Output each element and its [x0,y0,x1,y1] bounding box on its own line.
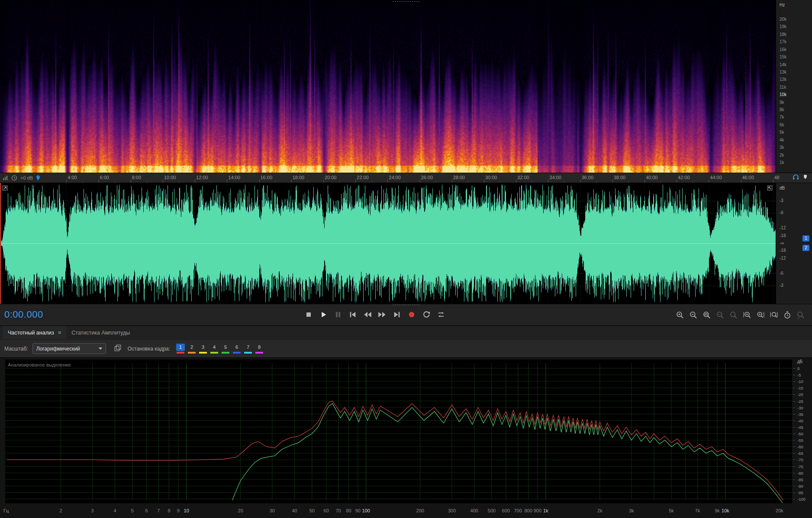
panel-grip[interactable] [392,304,420,306]
frequency-axis-label: 1k [543,508,548,513]
rewind-button[interactable] [362,309,373,320]
copy-frame-button[interactable] [111,343,123,354]
hold-frame-button-2[interactable]: 2 [187,344,196,354]
zoom-out-button[interactable] [688,310,699,321]
zoom-in-button[interactable] [674,310,685,321]
frequency-ruler-label: 14k [780,62,786,67]
curve-channel-1 [7,401,783,501]
hold-frame-button-6[interactable]: 6 [232,344,241,354]
frequency-ruler-label: 17k [780,39,786,44]
record-button[interactable] [406,309,417,320]
zoom-in-left-edge-button[interactable] [741,310,752,321]
gain-readout[interactable]: +0 dB [20,175,33,180]
timer-zoom-button[interactable] [782,310,793,321]
panel-tab-bar: Частотный анализ ≡ Статистика Амплитуды [0,325,812,339]
scale-dropdown[interactable]: Логарифмический [32,343,106,354]
db-scale-label: -10 [797,379,803,384]
frequency-axis-label: 7 [157,508,160,513]
db-scale-label: -95 [797,490,803,495]
skip-selection-button[interactable] [435,309,446,320]
panel-grip[interactable] [392,1,420,3]
loop-playback-button[interactable] [421,309,432,320]
db-scale-label: -60 [797,444,803,449]
pan-handle-icon[interactable] [2,185,8,192]
frequency-axis-label: 30 [270,508,275,513]
frequency-axis-label: 500 [488,508,496,513]
hold-frame-button-3[interactable]: 3 [199,344,207,354]
frequency-axis-label: 90 [355,508,361,513]
frequency-axis-label: 400 [470,508,478,513]
timeline-ruler[interactable]: 4:006:008:0010:0012:0014:0016:0018:0020:… [0,173,812,183]
zoom-out-full-button[interactable] [715,310,725,321]
amplitude-ruler[interactable]: dB -3-6-12-18-∞-18-12-6-3 12 [776,183,812,304]
hold-frame-color [177,352,184,354]
hold-frame-button-1[interactable]: 1 [176,344,185,354]
analysis-plot[interactable]: Анализированое выделение [5,360,792,503]
timeline-tick [677,180,677,183]
db-scale-label: -100 [797,497,806,502]
zoom-selection-edges-button[interactable] [768,310,779,321]
channel-badge[interactable]: 1 [802,235,809,241]
play-button[interactable] [318,309,329,320]
timeline-label: 42:00 [678,175,690,180]
timeline-tick [548,180,548,183]
timeline-label: 38:00 [614,175,626,180]
pause-button[interactable] [332,309,343,320]
marker-icon[interactable] [803,174,808,180]
pan-handle-icon[interactable] [767,185,773,192]
timeline-tick [323,180,324,183]
timeline-left-controls: +0 dB [0,173,63,183]
timeline-tick [99,180,99,183]
hold-frame-button-5[interactable]: 5 [221,344,230,354]
hold-label: Остановка кадра: [128,346,170,352]
timeline-label: 44:00 [710,175,722,180]
zoom-reset-button[interactable] [728,310,739,321]
stop-button[interactable] [303,309,314,320]
tab-frequency-analysis[interactable]: Частотный анализ ≡ [3,326,66,339]
db-scale-label: 0 [797,366,799,371]
frequency-ruler-label: 19k [780,24,786,29]
tab-amplitude-statistics[interactable]: Статистика Амплитуды [66,326,135,339]
spectral-display: Hz 20k19k18k17k16k15k14k13k12k11k10k9k8k… [0,0,812,173]
go-to-end-button[interactable] [391,309,402,320]
hold-frame-button-7[interactable]: 7 [244,344,252,354]
frequency-ruler[interactable]: Hz 20k19k18k17k16k15k14k13k12k11k10k9k8k… [776,0,812,173]
selection-annotation: Анализированое выделение [8,362,71,367]
db-scale-label: -20 [797,392,803,397]
time-display[interactable]: 0:00.000 [4,309,43,320]
spectrogram-canvas[interactable] [0,0,776,173]
monitor-icon[interactable] [793,174,799,180]
timeline-tick [387,180,388,183]
snap-toggle-icon[interactable] [36,175,40,181]
timeline-tick [371,181,372,183]
fast-forward-button[interactable] [377,309,387,320]
frequency-ruler-label: 20k [780,17,786,22]
hold-frame-color [255,352,263,354]
timeline-tick [436,181,436,183]
timeline-label: 10:00 [164,175,176,180]
hold-frame-button-8[interactable]: 8 [255,344,264,354]
waveform-canvas[interactable] [0,183,776,304]
timeline-tick [259,180,260,183]
timeline-tick [500,181,500,183]
hold-frame-number: 6 [232,344,241,351]
zoom-to-selection-button[interactable] [701,310,712,321]
panel-menu-icon[interactable]: ≡ [58,329,61,336]
frequency-analysis-graph: Анализированое выделение дБ 0-5-10-15-20… [0,357,812,505]
frequency-ruler-label: 6k [780,122,784,127]
channel-badge[interactable]: 2 [802,245,809,251]
db-scale-label: -35 [797,412,803,417]
zoom-in-right-edge-button[interactable] [755,310,766,321]
timeline-tick [115,181,115,183]
timeline-tick [163,180,163,183]
frequency-axis-label: 9k [715,508,720,513]
frequency-axis-label: 6 [145,508,148,513]
timeline-label: 28:00 [453,175,465,180]
go-to-start-button[interactable] [347,309,358,320]
amplitude-ruler-label: -6 [780,271,783,276]
frequency-axis-label: 10k [722,508,729,513]
zoom-full-button[interactable] [795,310,806,321]
clock-icon[interactable] [11,175,17,181]
amplitude-ruler-unit: dB [780,186,785,190]
hold-frame-button-4[interactable]: 4 [210,344,219,354]
